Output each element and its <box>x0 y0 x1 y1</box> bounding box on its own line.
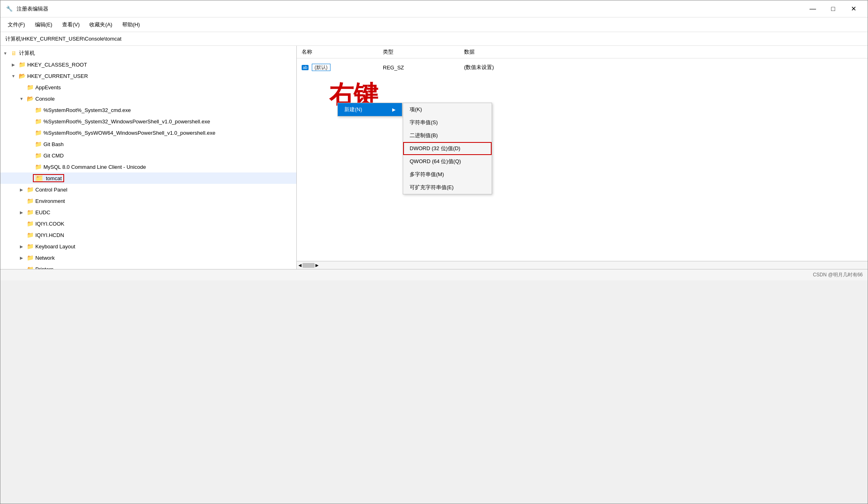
submenu-item-binary[interactable]: 二进制值(B) <box>403 129 492 142</box>
folder-icon: 📁 <box>26 266 34 269</box>
tree-label: Keyboard Layout <box>35 243 75 250</box>
submenu: 项(K) 字符串值(S) 二进制值(B) DWORD (32 位)值(D) QW… <box>403 103 492 194</box>
expand-icon[interactable]: ▼ <box>2 50 9 56</box>
tree-item-environment[interactable]: 📁 Environment <box>0 195 296 207</box>
tree-item-tomcat[interactable]: 📁 tomcat <box>0 172 296 184</box>
expand-icon <box>26 152 33 159</box>
col-name-header: 名称 <box>302 48 383 56</box>
tree-item-gitbash[interactable]: 📁 Git Bash <box>0 138 296 150</box>
folder-icon: 📁 <box>35 175 43 181</box>
scroll-thumb[interactable] <box>302 263 315 268</box>
menu-favorites[interactable]: 收藏夹(A) <box>85 19 116 30</box>
maximize-button[interactable]: □ <box>824 2 842 15</box>
bottom-area <box>0 280 868 504</box>
tree-item-powershell[interactable]: 📁 %SystemRoot%_System32_WindowsPowerShel… <box>0 116 296 127</box>
window-title: 注册表编辑器 <box>17 5 803 13</box>
tree-label: Console <box>35 96 55 102</box>
tree-item-current-user[interactable]: ▼ 📂 HKEY_CURRENT_USER <box>0 70 296 82</box>
folder-icon: 📁 <box>26 186 34 193</box>
expand-icon[interactable]: ▶ <box>10 61 17 68</box>
submenu-label: 可扩充字符串值(E) <box>410 184 453 191</box>
tree-item-iqiyi-hcdn[interactable]: 📁 IQIYI.HCDN <box>0 229 296 241</box>
menu-file[interactable]: 文件(F) <box>4 19 29 30</box>
expand-icon <box>26 164 33 170</box>
tree-item-printers[interactable]: 📁 Printers <box>0 263 296 269</box>
folder-icon: 📁 <box>26 84 34 90</box>
app-icon: 🔧 <box>5 5 13 13</box>
tree-label: Git Bash <box>43 141 64 147</box>
expand-icon <box>26 129 33 136</box>
tree-item-control-panel[interactable]: ▶ 📁 Control Panel <box>0 184 296 195</box>
submenu-item-string[interactable]: 字符串值(S) <box>403 116 492 129</box>
folder-icon: 📁 <box>26 209 34 215</box>
submenu-item-qword[interactable]: QWORD (64 位)值(Q) <box>403 155 492 168</box>
tree-label: Git CMD <box>43 153 64 159</box>
tree-item-network[interactable]: ▶ 📁 Network <box>0 252 296 263</box>
tree-label: %SystemRoot%_SysWOW64_WindowsPowerShell_… <box>43 130 215 136</box>
expand-icon[interactable]: ▼ <box>18 95 25 102</box>
folder-icon: 📁 <box>35 164 42 170</box>
tree-item-appevents[interactable]: 📁 AppEvents <box>0 82 296 93</box>
folder-icon: 📁 <box>35 152 42 159</box>
folder-icon: 📁 <box>26 254 34 261</box>
close-button[interactable]: ✕ <box>844 2 863 15</box>
tree-label: IQIYI.HCDN <box>35 232 64 238</box>
status-bar: CSDN @明月几时有66 <box>0 269 868 280</box>
horizontal-scrollbar[interactable]: ◀ ▶ <box>297 261 868 269</box>
main-content: ▼ 🖥 计算机 ▶ 📁 HKEY_CLASSES_ROOT ▼ 📂 HKEY_C… <box>0 46 868 269</box>
scroll-left-btn[interactable]: ◀ <box>298 263 302 267</box>
tree-label: %SystemRoot%_System32_WindowsPowerShell_… <box>43 118 210 125</box>
expand-icon <box>18 198 25 204</box>
tree-item-keyboard-layout[interactable]: ▶ 📁 Keyboard Layout <box>0 241 296 252</box>
ctx-new-item[interactable]: 新建(N) ▶ <box>338 103 402 116</box>
tree-item-console[interactable]: ▼ 📂 Console <box>0 93 296 104</box>
tree-item-mysql[interactable]: 📁 MySQL 8.0 Command Line Client - Unicod… <box>0 161 296 172</box>
reg-default-data: (数值未设置) <box>464 64 863 71</box>
folder-icon: 📁 <box>35 118 42 125</box>
expand-icon <box>26 175 33 181</box>
expand-icon[interactable]: ▼ <box>10 73 17 79</box>
address-label: 计算机\HKEY_CURRENT_USER\Console\tomcat <box>5 35 121 43</box>
expand-icon[interactable]: ▶ <box>18 186 25 193</box>
tree-item-cmd[interactable]: 📁 %SystemRoot%_System32_cmd.exe <box>0 104 296 116</box>
submenu-item-multistring[interactable]: 多字符串值(M) <box>403 168 492 181</box>
menu-edit[interactable]: 编辑(E) <box>31 19 56 30</box>
expand-icon <box>18 232 25 238</box>
default-value-label: (默认) <box>312 64 330 71</box>
expand-icon <box>18 220 25 227</box>
tree-item-computer[interactable]: ▼ 🖥 计算机 <box>0 47 296 59</box>
tree-item-classes-root[interactable]: ▶ 📁 HKEY_CLASSES_ROOT <box>0 59 296 70</box>
registry-editor-window: 🔧 注册表编辑器 — □ ✕ 文件(F) 编辑(E) 查看(V) 收藏夹(A) … <box>0 0 868 504</box>
expand-icon <box>18 266 25 269</box>
expand-icon[interactable] <box>18 84 25 90</box>
scroll-right-btn[interactable]: ▶ <box>315 263 319 267</box>
expand-icon[interactable]: ▶ <box>18 254 25 261</box>
tree-label: Network <box>35 255 55 261</box>
folder-icon: 📁 <box>35 129 42 136</box>
address-bar: 计算机\HKEY_CURRENT_USER\Console\tomcat <box>0 32 868 46</box>
window-controls: — □ ✕ <box>803 2 863 15</box>
tomcat-label: tomcat <box>44 175 63 181</box>
expand-icon[interactable]: ▶ <box>18 209 25 215</box>
tree-item-eudc[interactable]: ▶ 📁 EUDC <box>0 207 296 218</box>
tree-panel[interactable]: ▼ 🖥 计算机 ▶ 📁 HKEY_CLASSES_ROOT ▼ 📂 HKEY_C… <box>0 46 297 269</box>
menu-bar: 文件(F) 编辑(E) 查看(V) 收藏夹(A) 帮助(H) <box>0 17 868 32</box>
folder-icon: 📁 <box>18 61 26 68</box>
expand-icon <box>26 107 33 113</box>
tree-item-iqiyi-cook[interactable]: 📁 IQIYI.COOK <box>0 218 296 229</box>
folder-icon: 📁 <box>26 243 34 250</box>
menu-view[interactable]: 查看(V) <box>58 19 84 30</box>
menu-help[interactable]: 帮助(H) <box>118 19 144 30</box>
submenu-label: DWORD (32 位)值(D) <box>410 145 460 152</box>
folder-icon: 📁 <box>26 220 34 227</box>
tree-label: %SystemRoot%_System32_cmd.exe <box>43 107 131 113</box>
submenu-item-expandstring[interactable]: 可扩充字符串值(E) <box>403 181 492 194</box>
expand-icon[interactable]: ▶ <box>18 243 25 250</box>
ctx-arrow: ▶ <box>392 107 395 112</box>
tree-label: Printers <box>35 266 54 269</box>
minimize-button[interactable]: — <box>803 2 822 15</box>
submenu-item-dword[interactable]: DWORD (32 位)值(D) <box>403 142 492 155</box>
tree-item-powershell-wow64[interactable]: 📁 %SystemRoot%_SysWOW64_WindowsPowerShel… <box>0 127 296 138</box>
submenu-item-key[interactable]: 项(K) <box>403 103 492 116</box>
tree-item-gitcmd[interactable]: 📁 Git CMD <box>0 150 296 161</box>
